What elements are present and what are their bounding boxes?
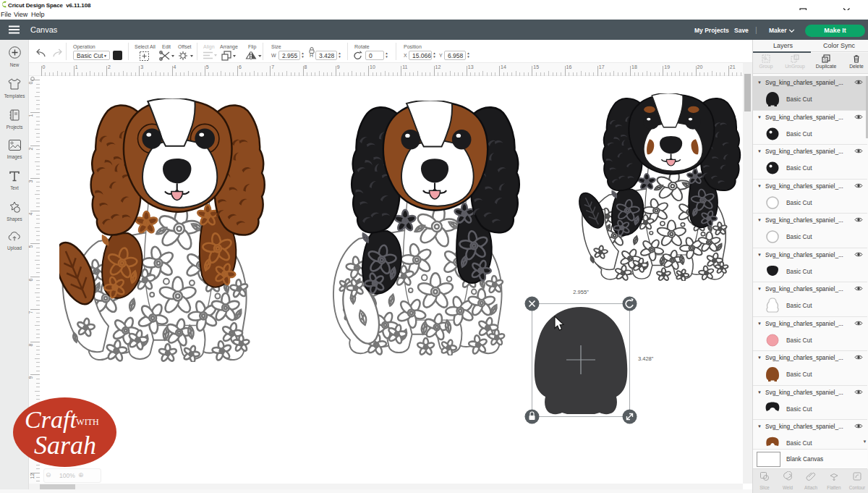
svg-text:WITH: WITH [76,417,99,427]
svg-text:Sarah: Sarah [34,431,96,460]
svg-text:3.428”: 3.428” [638,355,654,362]
svg-text:Craft: Craft [25,406,77,433]
svg-text:2.955”: 2.955” [573,289,589,295]
